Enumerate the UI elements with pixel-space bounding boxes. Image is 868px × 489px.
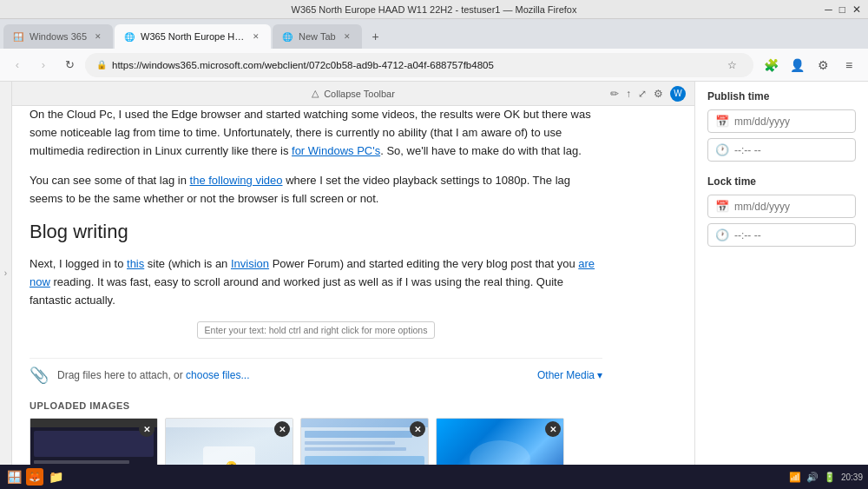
image-item-2: 🔑 ✕ Screenshot from 2022... 620.45 kB (165, 418, 293, 465)
publish-time-group: Publish time 📅 📅 🕐 🕐 (707, 90, 856, 162)
taskbar-left: 🪟 🦊 📁 (5, 468, 64, 486)
forward-button[interactable]: › (33, 55, 54, 76)
attach-text: Drag files here to attach, or choose fil… (57, 369, 249, 381)
other-media-label: Other Media (537, 369, 595, 381)
image-thumb-container-4: ✕ (436, 418, 564, 465)
url-text: https://windows365.microsoft.com/webclie… (112, 60, 716, 70)
taskbar-files-icon[interactable]: 📁 (47, 468, 64, 486)
lock-icon: 🔒 (96, 60, 107, 69)
choose-files-link[interactable]: choose files... (186, 369, 249, 381)
reload-button[interactable]: ↻ (59, 55, 80, 76)
left-panel-toggle[interactable]: › (0, 82, 12, 465)
back-button[interactable]: ‹ (7, 55, 28, 76)
new-tab-button[interactable]: + (364, 24, 388, 49)
tab-close-2[interactable]: ✕ (250, 30, 262, 43)
link-following-video[interactable]: the following video (190, 174, 283, 187)
extensions-button[interactable]: 🧩 (759, 53, 783, 77)
taskbar-network-icon: 📶 (789, 472, 801, 483)
publish-date-input[interactable] (734, 116, 865, 128)
tab-close-1[interactable]: ✕ (92, 30, 104, 43)
clock-icon-lock: 🕐 (715, 228, 729, 241)
lock-date-input[interactable] (734, 201, 865, 213)
toolbar-right-icons: ✏ ↑ ⤢ ⚙ W (610, 86, 686, 102)
taskbar-right: 📶 🔊 🔋 20:39 (789, 472, 863, 483)
publish-date-field[interactable]: 📅 📅 (707, 109, 856, 133)
edit-icon[interactable]: ✏ (610, 88, 619, 100)
taskbar-sound-icon: 🔊 (806, 472, 819, 483)
link-windows-pcs[interactable]: for Windows PC's (292, 144, 380, 157)
tab-label-2: W365 North Europe HAAD W11 22H2 - testus… (141, 31, 245, 42)
tab-favicon-1: 🪟 (12, 30, 24, 43)
editor-hint: Enter your text: hold ctrl and right cli… (197, 321, 436, 339)
attach-left: 📎 Drag files here to attach, or choose f… (30, 366, 249, 385)
profile-button[interactable]: 👤 (785, 53, 809, 77)
lock-time-input[interactable] (734, 229, 865, 241)
link-are-now[interactable]: are now (30, 257, 595, 288)
lock-time-label: Lock time (707, 175, 856, 188)
uploaded-label: UPLOADED IMAGES (30, 400, 602, 411)
taskbar-firefox-icon[interactable]: 🦊 (26, 468, 43, 486)
tab-newtab[interactable]: 🌐 New Tab ✕ (273, 24, 362, 49)
title-bar: W365 North Europe HAAD W11 22H2 - testus… (0, 0, 868, 19)
taskbar-time: 20:39 (841, 472, 863, 482)
address-input[interactable]: 🔒 https://windows365.microsoft.com/webcl… (85, 53, 753, 77)
right-panel: Publish time 📅 📅 🕐 🕐 Lock time 📅 (694, 82, 868, 465)
publish-time-label: Publish time (707, 90, 856, 102)
link-this-site[interactable]: this (127, 257, 144, 270)
settings-icon[interactable]: ⚙ (654, 88, 663, 100)
images-grid: ✕ Screenshot from 2022... 738.96 kB (30, 418, 602, 465)
image-thumb-container-2: 🔑 ✕ (165, 418, 293, 465)
paragraph-3: Next, I logged in to this site (which is… (30, 255, 602, 309)
image-item-1: ✕ Screenshot from 2022... 738.96 kB (30, 418, 158, 465)
tab-label-1: Windows 365 (30, 31, 87, 42)
upload-icon[interactable]: ↑ (626, 88, 631, 100)
taskbar-battery-icon: 🔋 (824, 472, 836, 483)
clock-icon-publish: 🕐 (715, 143, 729, 156)
maximize-btn[interactable]: □ (839, 3, 845, 16)
tab-w365haad[interactable]: 🌐 W365 North Europe HAAD W11 22H2 - test… (115, 24, 271, 49)
collapse-toolbar-strip: △ Collapse Toolbar ✏ ↑ ⤢ ⚙ W (12, 82, 694, 106)
lock-date-field[interactable]: 📅 📅 (707, 195, 856, 218)
other-media-button[interactable]: Other Media ▾ (537, 369, 602, 381)
sync-icon[interactable]: ⚙ (811, 53, 835, 77)
close-btn[interactable]: ✕ (852, 3, 861, 16)
image-item-4: ✕ Screenshot from 2022... 886.38 kB (436, 418, 564, 465)
tab-close-3[interactable]: ✕ (341, 30, 353, 43)
main-content: △ Collapse Toolbar ✏ ↑ ⤢ ⚙ W On the Clou… (12, 82, 694, 465)
window-title: W365 North Europe HAAD W11 22H2 - testus… (292, 4, 577, 15)
lock-time-field[interactable]: 🕐 🕐 (707, 223, 856, 247)
tab-favicon-2: 🌐 (123, 30, 135, 43)
link-invision[interactable]: Invision (231, 257, 269, 270)
browser-content: › △ Collapse Toolbar ✏ ↑ ⤢ ⚙ W On the C (0, 82, 868, 465)
paragraph-1: On the Cloud Pc, I used the Edge browser… (30, 106, 602, 160)
image-thumb-container-3: ✕ (300, 418, 429, 465)
collapse-icon: △ (312, 88, 319, 99)
address-bar: ‹ › ↻ 🔒 https://windows365.microsoft.com… (0, 49, 868, 82)
lock-time-group: Lock time 📅 📅 🕐 🕐 (707, 175, 856, 247)
image-item-3: ✕ Screenshot from 2022... 560.6 kB (300, 418, 429, 465)
paperclip-icon: 📎 (30, 366, 49, 385)
content-body: On the Cloud Pc, I used the Edge browser… (12, 106, 620, 465)
fullscreen-icon[interactable]: ⤢ (638, 88, 647, 100)
publish-time-field[interactable]: 🕐 🕐 (707, 138, 856, 162)
paragraph-2: You can see some of that lag in the foll… (30, 172, 602, 208)
tab-label-3: New Tab (299, 31, 336, 42)
uploaded-section: UPLOADED IMAGES (30, 400, 602, 465)
bookmark-icon[interactable]: ☆ (721, 55, 742, 76)
taskbar-windows-icon[interactable]: 🪟 (5, 468, 23, 486)
calendar-icon-publish: 📅 (715, 115, 729, 128)
blog-heading: Blog writing (30, 221, 602, 243)
tab-windows365[interactable]: 🪟 Windows 365 ✕ (3, 24, 113, 49)
menu-button[interactable]: ≡ (837, 53, 861, 77)
publish-time-input[interactable] (734, 144, 865, 156)
windows365-icon[interactable]: W (670, 86, 686, 102)
toolbar-icons: 🧩 👤 ⚙ ≡ (759, 53, 861, 77)
tab-bar: 🪟 Windows 365 ✕ 🌐 W365 North Europe HAAD… (0, 19, 868, 49)
collapse-label: Collapse Toolbar (324, 89, 395, 99)
collapse-toolbar-button[interactable]: △ Collapse Toolbar (12, 88, 694, 99)
minimize-btn[interactable]: ─ (825, 3, 832, 16)
image-thumb-container-1: ✕ (30, 418, 158, 465)
calendar-icon-lock: 📅 (715, 200, 729, 213)
attach-area: 📎 Drag files here to attach, or choose f… (30, 358, 602, 392)
tab-favicon-3: 🌐 (281, 30, 293, 43)
